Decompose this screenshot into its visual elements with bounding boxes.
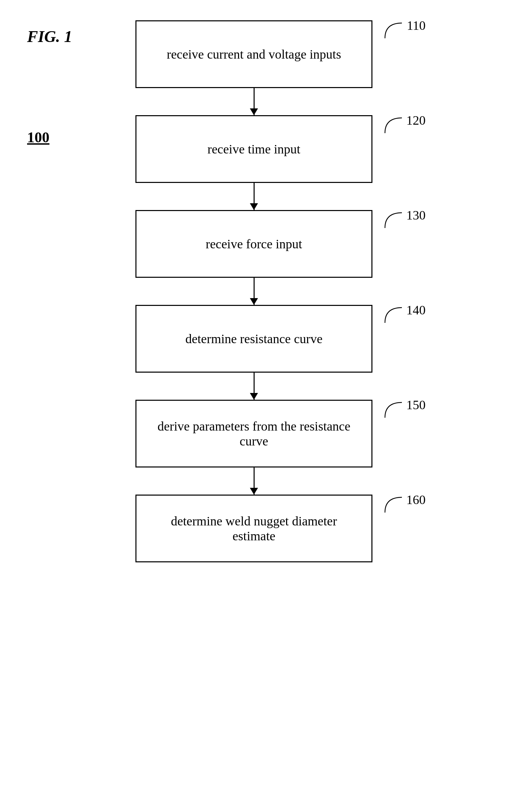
page-container: FIG. 1 100 receive current and voltage i… <box>0 0 517 812</box>
step-140-bracket <box>382 306 409 326</box>
arrow-4 <box>254 373 255 400</box>
step-110-text: receive current and voltage inputs <box>167 47 341 62</box>
step-110-number: 110 <box>407 18 426 33</box>
step-130-bracket <box>382 211 409 231</box>
step-150-wrapper: derive parameters from the resistance cu… <box>102 400 406 467</box>
arrow-5 <box>254 467 255 495</box>
arrow-2 <box>254 183 255 210</box>
figure-label: FIG. 1 <box>27 27 72 46</box>
step-110-wrapper: receive current and voltage inputs 110 <box>102 20 406 88</box>
step-140-number: 140 <box>406 303 426 317</box>
arrow-3 <box>254 278 255 305</box>
step-150-text: derive parameters from the resistance cu… <box>150 419 358 449</box>
step-120-text: receive time input <box>208 142 300 157</box>
arrow-1 <box>254 88 255 115</box>
step-140-text: determine resistance curve <box>185 331 322 346</box>
step-160-box: determine weld nugget diameter estimate … <box>135 495 372 562</box>
step-160-number: 160 <box>406 492 426 507</box>
step-140-box: determine resistance curve 140 <box>135 305 372 373</box>
step-130-wrapper: receive force input 130 <box>102 210 406 278</box>
flowchart: receive current and voltage inputs 110 r… <box>102 20 406 562</box>
step-130-box: receive force input 130 <box>135 210 372 278</box>
step-160-wrapper: determine weld nugget diameter estimate … <box>102 495 406 562</box>
step-130-text: receive force input <box>206 236 302 251</box>
step-150-bracket <box>382 401 409 421</box>
diagram-id-label: 100 <box>27 129 49 146</box>
step-120-bracket <box>382 116 409 137</box>
step-140-wrapper: determine resistance curve 140 <box>102 305 406 373</box>
step-160-text: determine weld nugget diameter estimate <box>150 514 358 543</box>
step-120-wrapper: receive time input 120 <box>102 115 406 183</box>
step-110-box: receive current and voltage inputs 110 <box>135 20 372 88</box>
step-120-box: receive time input 120 <box>135 115 372 183</box>
step-110-bracket <box>382 21 409 42</box>
step-130-number: 130 <box>406 208 426 223</box>
step-160-bracket <box>382 496 409 516</box>
step-150-box: derive parameters from the resistance cu… <box>135 400 372 467</box>
step-150-number: 150 <box>406 397 426 412</box>
step-120-number: 120 <box>406 113 426 128</box>
